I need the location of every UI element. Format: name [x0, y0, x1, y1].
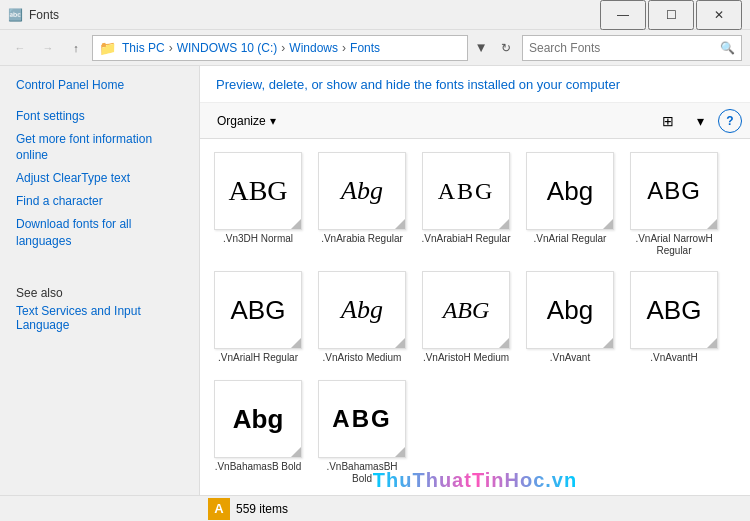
- content-description: Preview, delete, or show and hide the fo…: [216, 76, 734, 94]
- content-toolbar: Organize ▾ ⊞ ▾ ?: [200, 103, 750, 139]
- sidebar-item-font-settings[interactable]: Font settings: [0, 105, 199, 128]
- font-name-label: .VnArialH Regular: [218, 352, 298, 364]
- font-item[interactable]: ABG.VnAristoH Medium: [416, 266, 516, 371]
- font-preview: ABG: [214, 152, 302, 230]
- breadcrumb-windows[interactable]: Windows: [289, 41, 338, 55]
- view-dropdown-button[interactable]: ▾: [686, 108, 714, 134]
- font-name-label: .VnArial Regular: [534, 233, 607, 245]
- sidebar-spacer: [0, 252, 199, 282]
- font-item[interactable]: ABG.VnArial NarrowH Regular: [624, 147, 724, 262]
- sidebar: Control Panel Home Font settings Get mor…: [0, 66, 200, 495]
- font-item[interactable]: Abg.VnBahamasB Bold: [208, 375, 308, 490]
- titlebar: 🔤 Fonts — ☐ ✕: [0, 0, 750, 30]
- close-button[interactable]: ✕: [696, 0, 742, 30]
- font-item[interactable]: ABG.VnArabiaH Regular: [416, 147, 516, 262]
- font-preview: ABG: [318, 380, 406, 458]
- statusbar: A 559 items: [0, 495, 750, 521]
- up-button[interactable]: ↑: [64, 36, 88, 60]
- search-box: 🔍: [522, 35, 742, 61]
- font-item[interactable]: Abg.VnAvant: [520, 266, 620, 371]
- see-also-label: See also: [0, 282, 199, 302]
- sidebar-item-find-character[interactable]: Find a character: [0, 190, 199, 213]
- breadcrumb-folder-icon: 📁: [99, 40, 116, 56]
- font-name-label: .VnAristoH Medium: [423, 352, 509, 364]
- font-item[interactable]: ABG.VnArialH Regular: [208, 266, 308, 371]
- font-item[interactable]: ABG.Vn3DH Normal: [208, 147, 308, 262]
- font-item[interactable]: Abg.VnArabia Regular: [312, 147, 412, 262]
- content-header: Preview, delete, or show and hide the fo…: [200, 66, 750, 103]
- font-preview: ABG: [422, 152, 510, 230]
- organize-label: Organize: [217, 114, 266, 128]
- organize-chevron-icon: ▾: [270, 114, 276, 128]
- statusbar-right: A 559 items: [200, 498, 750, 520]
- font-preview: Abg: [318, 271, 406, 349]
- font-name-label: .VnBahamasB Bold: [215, 461, 302, 473]
- forward-button[interactable]: →: [36, 36, 60, 60]
- refresh-button[interactable]: ↻: [494, 36, 518, 60]
- main-area: Control Panel Home Font settings Get mor…: [0, 66, 750, 495]
- content-area: Preview, delete, or show and hide the fo…: [200, 66, 750, 495]
- sidebar-divider: [0, 97, 199, 105]
- view-button[interactable]: ⊞: [654, 108, 682, 134]
- help-icon: ?: [726, 114, 733, 128]
- font-name-label: .VnArabiaH Regular: [422, 233, 511, 245]
- font-preview: ABG: [630, 271, 718, 349]
- font-item[interactable]: Abg.VnAristo Medium: [312, 266, 412, 371]
- view-icon: ⊞: [662, 113, 674, 129]
- maximize-button[interactable]: ☐: [648, 0, 694, 30]
- font-preview: Abg: [214, 380, 302, 458]
- search-icon: 🔍: [720, 41, 735, 55]
- font-preview: ABG: [630, 152, 718, 230]
- app-icon: 🔤: [8, 8, 23, 22]
- view-dropdown-icon: ▾: [697, 113, 704, 129]
- sidebar-item-adjust-cleartype[interactable]: Adjust ClearType text: [0, 167, 199, 190]
- font-item[interactable]: ABG.VnAvantH: [624, 266, 724, 371]
- search-input[interactable]: [529, 41, 720, 55]
- sidebar-item-get-more-fonts[interactable]: Get more font information online: [0, 128, 199, 168]
- font-preview: ABG: [422, 271, 510, 349]
- font-preview: ABG: [214, 271, 302, 349]
- sidebar-item-text-services[interactable]: Text Services and Input Language: [0, 302, 199, 338]
- font-name-label: .VnArabia Regular: [321, 233, 403, 245]
- window-controls: — ☐ ✕: [600, 0, 742, 30]
- window-title: Fonts: [29, 8, 600, 22]
- addressbar: ← → ↑ 📁 This PC › WINDOWS 10 (C:) › Wind…: [0, 30, 750, 66]
- sidebar-item-control-panel-home[interactable]: Control Panel Home: [0, 74, 199, 97]
- breadcrumb-drive[interactable]: WINDOWS 10 (C:): [177, 41, 278, 55]
- fonts-grid: ABG.Vn3DH NormalAbg.VnArabia RegularABG.…: [200, 139, 750, 495]
- status-folder-icon: A: [208, 498, 230, 520]
- breadcrumb-thispc[interactable]: This PC: [122, 41, 165, 55]
- font-preview: Abg: [318, 152, 406, 230]
- font-name-label: .VnAristo Medium: [323, 352, 402, 364]
- font-name-label: .VnBahamasBH Bold: [317, 461, 407, 485]
- help-button[interactable]: ?: [718, 109, 742, 133]
- breadcrumb: 📁 This PC › WINDOWS 10 (C:) › Windows › …: [92, 35, 468, 61]
- font-item[interactable]: ABG.VnBahamasBH Bold: [312, 375, 412, 490]
- organize-button[interactable]: Organize ▾: [208, 108, 285, 134]
- sidebar-item-download-fonts[interactable]: Download fonts for all languages: [0, 213, 199, 253]
- back-button[interactable]: ←: [8, 36, 32, 60]
- font-preview: Abg: [526, 271, 614, 349]
- font-name-label: .VnAvant: [550, 352, 590, 364]
- minimize-button[interactable]: —: [600, 0, 646, 30]
- font-name-label: .VnArial NarrowH Regular: [629, 233, 719, 257]
- status-items-count: 559 items: [236, 502, 288, 516]
- font-name-label: .Vn3DH Normal: [223, 233, 293, 245]
- address-dropdown-button[interactable]: ▼: [472, 35, 490, 61]
- font-preview: Abg: [526, 152, 614, 230]
- font-name-label: .VnAvantH: [650, 352, 698, 364]
- font-item[interactable]: Abg.VnArial Regular: [520, 147, 620, 262]
- breadcrumb-fonts[interactable]: Fonts: [350, 41, 380, 55]
